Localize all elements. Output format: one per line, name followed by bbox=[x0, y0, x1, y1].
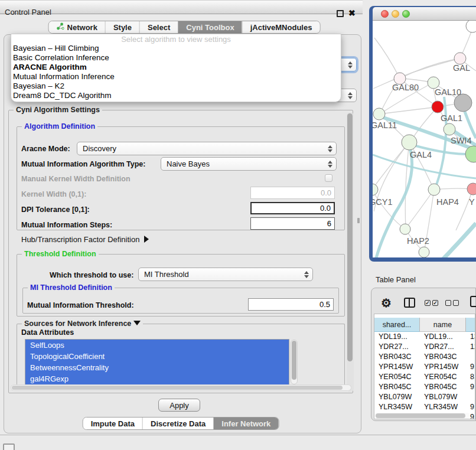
mi-steps-input[interactable]: 6 bbox=[250, 217, 335, 230]
tab-label: Cyni Toolbox bbox=[186, 23, 234, 32]
bottom-tab-discretize-data[interactable]: Discretize Data bbox=[142, 418, 213, 429]
table-cell: YBR045C bbox=[374, 382, 420, 392]
tab-cyni-toolbox[interactable]: Cyni Toolbox bbox=[178, 21, 242, 33]
document-icon[interactable] bbox=[470, 296, 476, 307]
algorithm-option[interactable]: Dream8 DC_TDC Algorithm bbox=[11, 91, 341, 100]
minimize-traffic-light-icon[interactable] bbox=[392, 10, 399, 18]
attribute-list-scrollbar[interactable] bbox=[291, 340, 298, 384]
table-cell: YBL079W bbox=[374, 392, 420, 402]
attribute-list-item[interactable]: gal4RGexp bbox=[25, 373, 289, 384]
network-node-label: GAL bbox=[453, 63, 470, 73]
aracne-mode-select[interactable]: Discovery bbox=[77, 142, 337, 155]
network-icon bbox=[57, 22, 64, 32]
network-node-gal10[interactable] bbox=[428, 77, 439, 89]
close-traffic-light-icon[interactable] bbox=[381, 10, 389, 18]
algorithm-option[interactable]: Bayesian – K2 bbox=[11, 81, 341, 91]
tab-network[interactable]: Network bbox=[49, 21, 105, 33]
table-row[interactable]: YPR145WYPR145W9. bbox=[374, 362, 475, 372]
network-edge[interactable] bbox=[380, 107, 438, 114]
column-header-0[interactable]: shared... bbox=[374, 318, 420, 332]
network-edge[interactable] bbox=[456, 189, 473, 230]
checked-column-icon[interactable]: ✓ bbox=[432, 300, 438, 306]
algorithm-option[interactable]: ARACNE Algorithm bbox=[11, 63, 341, 72]
network-node-gcy1[interactable] bbox=[373, 184, 378, 195]
network-node-gal11[interactable] bbox=[373, 108, 385, 120]
network-node[interactable] bbox=[466, 21, 476, 32]
kernel-width-input[interactable]: 0.0 bbox=[250, 187, 335, 199]
table-settings-gear-icon[interactable]: ⚙ bbox=[381, 296, 392, 310]
close-icon[interactable]: ✖ bbox=[348, 9, 356, 17]
bottom-tab-impute-data[interactable]: Impute Data bbox=[83, 418, 142, 429]
network-edge-highlighted[interactable] bbox=[465, 112, 476, 138]
tab-style[interactable]: Style bbox=[105, 21, 139, 33]
network-window-titlebar[interactable] bbox=[373, 7, 476, 21]
algorithm-dropdown-list: Select algorithm to view settings Bayesi… bbox=[11, 34, 341, 102]
float-window-icon[interactable] bbox=[337, 10, 344, 17]
table-horizontal-scrollbar[interactable] bbox=[374, 413, 470, 419]
network-edge[interactable] bbox=[374, 38, 400, 79]
table-row[interactable]: YDL19...YDL19...13 bbox=[374, 332, 475, 342]
tab-label: Style bbox=[113, 23, 132, 32]
column-header-2[interactable]: A bbox=[466, 318, 475, 332]
cyni-settings-title: Cyni Algorithm Settings bbox=[14, 106, 102, 114]
splitter-handle[interactable] bbox=[357, 218, 360, 223]
settings-horizontal-scrollbar[interactable] bbox=[11, 384, 351, 391]
network-node[interactable] bbox=[419, 247, 429, 257]
table-row[interactable]: YER054CYER054C8. bbox=[374, 372, 475, 382]
manual-kernel-checkbox[interactable] bbox=[325, 174, 332, 182]
settings-vertical-scrollbar[interactable] bbox=[347, 112, 354, 392]
table-row[interactable]: YBR045CYBR045C9. bbox=[374, 382, 475, 392]
bottom-tab-infer-network[interactable]: Infer Network bbox=[213, 418, 278, 429]
network-canvas[interactable]: GALGAL80GAL10GAL1GAL11SWI4GAL4GCY1HAP4YH… bbox=[373, 21, 476, 257]
algorithm-option[interactable]: Basic Correlation Inference bbox=[11, 53, 341, 63]
table-cell: YDL19... bbox=[420, 332, 466, 342]
tab-select[interactable]: Select bbox=[139, 21, 178, 33]
network-node-swi4[interactable] bbox=[444, 123, 455, 135]
attribute-list-item[interactable]: TopologicalCoefficient bbox=[25, 351, 289, 362]
combo-stepper-icon bbox=[348, 92, 353, 99]
network-node-gal[interactable] bbox=[454, 53, 466, 64]
table-cell: YDR27... bbox=[374, 342, 420, 352]
unchecked-column-icon[interactable] bbox=[445, 300, 451, 306]
table-cell: 13 bbox=[466, 332, 475, 342]
table-cell: YBR043C bbox=[374, 352, 420, 362]
which-threshold-select[interactable]: MI Threshold bbox=[138, 268, 313, 281]
table-row[interactable]: YLR345WYLR345W9. bbox=[374, 402, 475, 412]
network-edge[interactable] bbox=[400, 58, 460, 79]
attribute-list-item[interactable]: BetweennessCentrality bbox=[25, 362, 289, 373]
tab-jactivemnodules[interactable]: jActiveMNodules bbox=[242, 21, 320, 33]
which-threshold-value: MI Threshold bbox=[144, 270, 189, 279]
column-header-1[interactable]: name bbox=[420, 318, 466, 332]
sources-group-title[interactable]: Sources for Network Inference bbox=[22, 319, 143, 328]
minimized-panel-icon[interactable] bbox=[3, 444, 15, 450]
network-node-hap4[interactable] bbox=[428, 184, 440, 195]
attribute-list-item[interactable]: SelfLoops bbox=[25, 340, 289, 351]
network-node-gal4[interactable] bbox=[402, 135, 417, 150]
split-columns-icon[interactable] bbox=[404, 298, 415, 308]
apply-button[interactable]: Apply bbox=[158, 399, 200, 412]
which-threshold-label: Which threshold to use: bbox=[50, 271, 133, 279]
hub-definition-toggle[interactable]: Hub/Transcription Factor Definition bbox=[21, 235, 149, 244]
tab-label: Network bbox=[67, 23, 97, 32]
network-edge-highlighted[interactable] bbox=[441, 223, 476, 257]
network-node-label: SWI4 bbox=[451, 136, 471, 145]
table-row[interactable]: YBR043CYBR043C bbox=[374, 352, 475, 362]
network-node-y[interactable] bbox=[467, 183, 476, 195]
table-row[interactable]: YBL079WYBL079W bbox=[374, 392, 475, 402]
mi-threshold-input[interactable]: 0.5 bbox=[248, 298, 334, 311]
algorithm-option[interactable]: Mutual Information Inference bbox=[11, 72, 341, 81]
network-edge[interactable] bbox=[405, 190, 434, 229]
table-cell bbox=[466, 392, 475, 402]
network-node-hap2[interactable] bbox=[400, 224, 410, 234]
algorithm-option[interactable]: Bayesian – Hill Climbing bbox=[11, 44, 341, 53]
unchecked-column-icon[interactable] bbox=[453, 300, 459, 306]
network-node-gal1[interactable] bbox=[432, 101, 444, 113]
dpi-tolerance-input[interactable]: 0.0 bbox=[250, 202, 335, 214]
mi-algorithm-type-select[interactable]: Naive Bayes bbox=[161, 157, 337, 171]
sources-group-label: Sources for Network Inference bbox=[24, 319, 131, 328]
mi-algorithm-type-value: Naive Bayes bbox=[167, 159, 210, 168]
zoom-traffic-light-icon[interactable] bbox=[402, 10, 410, 18]
table-row[interactable]: YDR27...YDR27...12 bbox=[374, 342, 475, 352]
workspace-bottom-divider bbox=[0, 435, 476, 435]
checked-column-icon[interactable]: ✓ bbox=[425, 300, 431, 306]
